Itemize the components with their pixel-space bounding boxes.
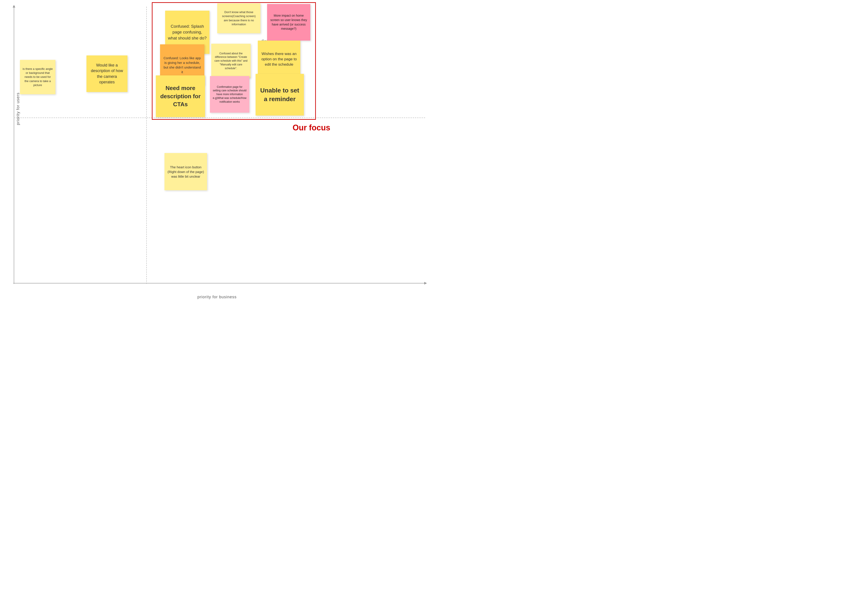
note-angle: is there a specific angle or background … [20, 60, 56, 94]
note-need-more: Need more description for CTAs [156, 75, 205, 117]
note-heart: The heart icon button (Right down of the… [164, 153, 207, 190]
y-axis-label: priority for users [16, 93, 20, 125]
note-more-impact: More impact on home screen so user knows… [267, 4, 310, 40]
x-axis [13, 283, 425, 283]
note-unable: Unable to set a reminder [256, 74, 304, 116]
h-midline [14, 118, 425, 118]
x-axis-label: priority for business [0, 295, 434, 300]
note-confused-create: Confused about the difference between "C… [211, 44, 251, 78]
y-axis [14, 7, 14, 284]
note-camera-desc: Would like a description of how the came… [87, 56, 127, 92]
note-dont-know: Don't know what those screens(Coaching s… [217, 3, 260, 33]
our-focus-label: Our focus [293, 123, 330, 132]
v-midline [146, 7, 147, 284]
note-wishes-option: Wishes there was an option on the page t… [258, 40, 300, 78]
chart-area: priority for users priority for business… [0, 0, 434, 303]
note-confirmation: Confirmation page for setting care sched… [210, 76, 250, 113]
